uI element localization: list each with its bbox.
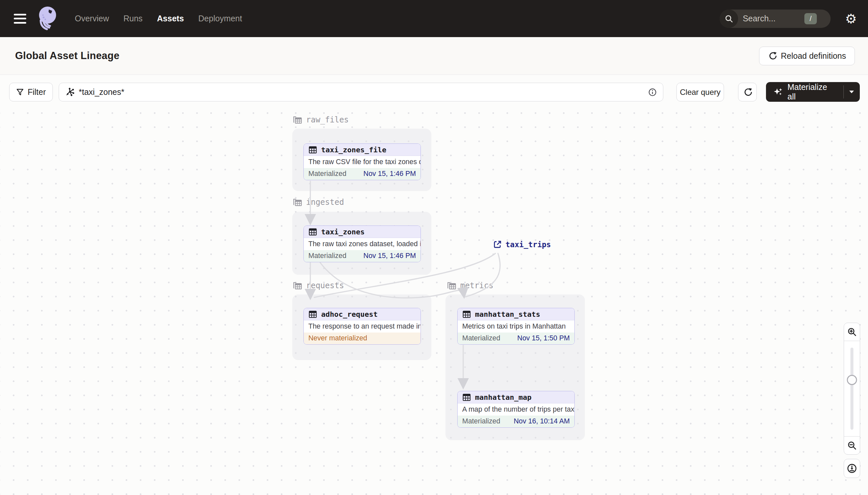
group-label-metrics[interactable]: metrics bbox=[446, 281, 493, 290]
dagster-logo[interactable] bbox=[35, 5, 61, 33]
zoom-out-icon bbox=[847, 441, 857, 450]
asset-node-manhattan-stats[interactable]: manhattan_stats Metrics on taxi trips in… bbox=[457, 308, 575, 345]
asset-description: The raw taxi zones dataset, loaded int..… bbox=[304, 238, 421, 250]
top-navigation-bar: Overview Runs Assets Deployment / ⚙ bbox=[0, 0, 868, 37]
asset-name: taxi_zones bbox=[321, 228, 365, 236]
asset-name: adhoc_request bbox=[321, 310, 377, 319]
asset-group-icon bbox=[446, 281, 457, 290]
table-icon bbox=[308, 310, 317, 319]
clear-query-button[interactable]: Clear query bbox=[676, 83, 724, 101]
external-asset-label: taxi_trips bbox=[506, 240, 551, 249]
asset-group-icon bbox=[292, 281, 303, 290]
reload-definitions-label: Reload definitions bbox=[781, 51, 846, 61]
refresh-icon bbox=[768, 52, 777, 61]
group-name: metrics bbox=[460, 281, 493, 290]
zoom-in-button[interactable] bbox=[844, 323, 860, 341]
asset-node-manhattan-map[interactable]: manhattan_map A map of the number of tri… bbox=[457, 391, 575, 428]
asset-status: Materialized bbox=[462, 334, 500, 342]
page-header: Global Asset Lineage Reload definitions bbox=[0, 37, 868, 75]
settings-gear-icon[interactable]: ⚙ bbox=[845, 12, 857, 25]
group-label-raw-files[interactable]: raw_files bbox=[292, 115, 349, 125]
zoom-slider-track[interactable] bbox=[851, 347, 854, 430]
asset-node-adhoc-request[interactable]: adhoc_request The response to an request… bbox=[303, 308, 421, 345]
materialize-dropdown-caret[interactable] bbox=[844, 82, 860, 102]
filter-button[interactable]: Filter bbox=[9, 83, 53, 101]
asset-name: manhattan_map bbox=[475, 393, 531, 402]
asset-timestamp[interactable]: Nov 15, 1:50 PM bbox=[517, 334, 570, 342]
refresh-icon bbox=[743, 88, 752, 97]
group-name: requests bbox=[306, 281, 344, 290]
table-icon bbox=[462, 393, 471, 402]
asset-query-input[interactable] bbox=[79, 87, 648, 97]
asset-status: Materialized bbox=[308, 170, 347, 178]
zoom-slider-handle[interactable] bbox=[847, 375, 857, 385]
global-search[interactable]: / bbox=[720, 10, 831, 28]
group-label-requests[interactable]: requests bbox=[292, 281, 344, 290]
nav-deployment[interactable]: Deployment bbox=[198, 14, 242, 23]
asset-node-taxi-zones[interactable]: taxi_zones The raw taxi zones dataset, l… bbox=[303, 225, 421, 262]
sparkle-icon bbox=[773, 87, 783, 97]
refresh-graph-button[interactable] bbox=[738, 83, 757, 101]
table-icon bbox=[308, 228, 317, 236]
lineage-canvas[interactable] bbox=[0, 108, 868, 495]
asset-graph-icon bbox=[65, 87, 75, 97]
nav-runs[interactable]: Runs bbox=[123, 14, 142, 23]
zoom-out-button[interactable] bbox=[844, 436, 860, 454]
search-input[interactable] bbox=[743, 14, 798, 23]
asset-timestamp[interactable]: Nov 15, 1:46 PM bbox=[364, 252, 416, 260]
asset-selection-input[interactable] bbox=[59, 83, 663, 101]
asset-group-icon bbox=[292, 197, 303, 207]
group-label-ingested[interactable]: ingested bbox=[292, 197, 344, 207]
materialize-all-label: Materialize all bbox=[787, 82, 836, 101]
clear-query-label: Clear query bbox=[680, 88, 720, 97]
asset-timestamp[interactable]: Nov 16, 10:14 AM bbox=[514, 417, 570, 425]
zoom-slider[interactable] bbox=[844, 341, 860, 436]
page-title: Global Asset Lineage bbox=[15, 50, 119, 62]
query-info-icon[interactable] bbox=[648, 88, 657, 97]
asset-timestamp[interactable]: Nov 15, 1:46 PM bbox=[364, 170, 416, 178]
asset-node-taxi-zones-file[interactable]: taxi_zones_file The raw CSV file for the… bbox=[303, 143, 421, 180]
search-icon bbox=[720, 10, 738, 28]
search-shortcut-badge: / bbox=[804, 13, 817, 24]
zoom-in-icon bbox=[847, 327, 857, 337]
nav-assets[interactable]: Assets bbox=[157, 14, 184, 23]
table-icon bbox=[308, 146, 317, 154]
asset-description: The raw CSV file for the taxi zones dat.… bbox=[304, 156, 421, 168]
download-icon bbox=[847, 463, 857, 474]
asset-name: taxi_zones_file bbox=[321, 146, 386, 154]
nav-overview[interactable]: Overview bbox=[75, 14, 109, 23]
asset-status: Materialized bbox=[308, 252, 347, 260]
group-name: raw_files bbox=[306, 115, 349, 124]
filter-funnel-icon bbox=[16, 88, 24, 96]
asset-status: Never materialized bbox=[308, 334, 367, 342]
asset-description: Metrics on taxi trips in Manhattan bbox=[458, 320, 574, 332]
table-icon bbox=[462, 310, 471, 319]
zoom-controls bbox=[844, 323, 860, 455]
asset-status: Materialized bbox=[462, 417, 500, 425]
external-asset-taxi-trips[interactable]: taxi_trips bbox=[493, 240, 551, 249]
asset-name: manhattan_stats bbox=[475, 310, 540, 319]
chevron-down-icon bbox=[849, 90, 854, 94]
asset-description: The response to an request made in th... bbox=[304, 320, 421, 332]
download-image-button[interactable] bbox=[844, 459, 860, 478]
group-name: ingested bbox=[306, 198, 344, 207]
asset-group-icon bbox=[292, 115, 303, 125]
primary-nav: Overview Runs Assets Deployment bbox=[75, 14, 242, 23]
filter-label: Filter bbox=[28, 87, 46, 97]
materialize-all-button[interactable]: Materialize all bbox=[766, 82, 860, 102]
menu-hamburger-icon[interactable] bbox=[14, 14, 26, 24]
external-link-icon bbox=[493, 240, 502, 249]
asset-description: A map of the number of trips per taxi z.… bbox=[458, 404, 574, 415]
reload-definitions-button[interactable]: Reload definitions bbox=[759, 47, 855, 65]
